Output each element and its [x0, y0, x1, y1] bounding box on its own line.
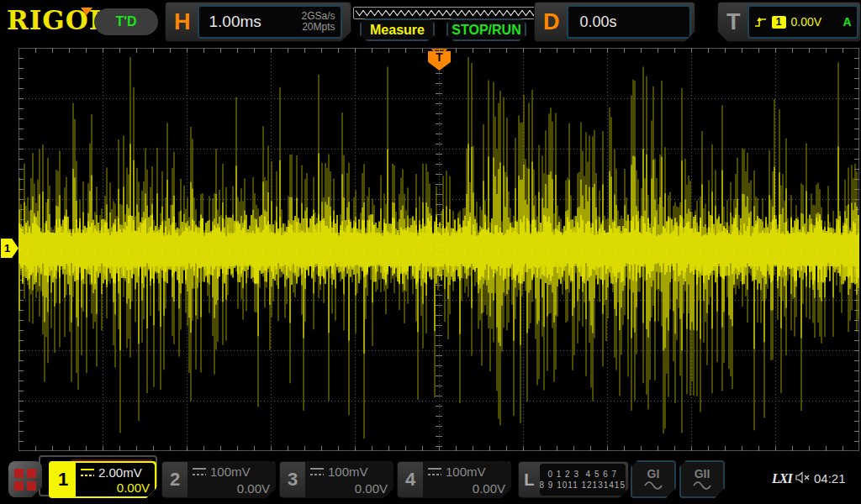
dc-coupling-icon: [193, 468, 206, 475]
dc-coupling-icon: [81, 469, 94, 476]
channel-2-scale: 100mV: [210, 465, 251, 479]
brand-logo: RIGOL: [7, 5, 108, 35]
logic-channels-block[interactable]: L 0 1 2 3 4 5 6 78 9 1011 12131415: [518, 461, 629, 498]
delay-block[interactable]: D 0.00s: [534, 2, 695, 42]
delay-label: D: [535, 9, 567, 35]
channel-1-info: 2.00mV 0.00V: [76, 463, 155, 496]
stop-run-button[interactable]: STOP/RUN: [446, 18, 526, 41]
sine-wave-icon: [693, 480, 711, 491]
channel-2-number: 2: [162, 462, 188, 497]
channel-2-info: 100mV 0.00V: [188, 462, 275, 497]
channel-2-offset: 0.00V: [193, 481, 270, 496]
trigger-status-label: T'D: [115, 14, 136, 29]
trigger-block[interactable]: T 1 0.00V A: [717, 2, 861, 42]
memory-trigger-position-icon[interactable]: [81, 8, 92, 15]
generator-1-button[interactable]: GI: [631, 460, 676, 498]
generator-2-label: GII: [695, 468, 710, 480]
dc-coupling-icon: [428, 468, 441, 475]
delay-value: 0.00s: [580, 13, 617, 31]
logic-row-1: 0 1 2 3 4 5 6 7: [547, 469, 617, 480]
channel-3-scale: 100mV: [328, 465, 368, 479]
sine-wave-icon: [644, 480, 663, 491]
stop-run-button-label: STOP/RUN: [452, 23, 520, 38]
logic-channel-list: 0 1 2 3 4 5 6 78 9 1011 12131415: [540, 464, 626, 496]
horizontal-block[interactable]: H 1.00ms 2GSa/s 20Mpts: [165, 2, 351, 42]
channel-3-number: 3: [280, 462, 305, 497]
channel-4-offset: 0.00V: [428, 481, 505, 496]
lxi-indicator: LXI: [772, 471, 792, 486]
trigger-sweep-mode: A: [843, 15, 851, 29]
channel-1-number: 1: [50, 463, 76, 496]
channel-4-scale: 100mV: [446, 465, 486, 479]
clock: 04:21: [814, 471, 846, 486]
waveform-display[interactable]: T 有效值1 1.7605mV: [18, 48, 859, 451]
logic-label: L: [519, 470, 540, 490]
channel-2-block[interactable]: 2 100mV 0.00V: [161, 461, 276, 498]
trigger-box[interactable]: 1 0.00V A: [747, 5, 858, 39]
oscilloscope-screen: RIGOL T'D H 1.00ms 2GSa/s 20Mpts Measure…: [0, 0, 861, 504]
rising-edge-icon: [754, 16, 767, 28]
delay-box[interactable]: 0.00s: [567, 5, 691, 39]
sample-rate: 2GSa/s: [301, 10, 335, 22]
trigger-level-value: 0.00V: [791, 15, 838, 29]
trigger-status-badge: T'D: [94, 8, 158, 35]
channel-3-offset: 0.00V: [310, 481, 388, 496]
measure-button[interactable]: Measure: [360, 18, 435, 41]
channel-1-scale: 2.00mV: [98, 465, 142, 480]
timebase-value: 1.00ms: [209, 13, 261, 31]
channel1-marker-label: 1: [4, 242, 10, 255]
trigger-label: T: [718, 9, 747, 35]
channel-4-info: 100mV 0.00V: [423, 462, 510, 497]
timebase-box[interactable]: 1.00ms 2GSa/s 20Mpts: [198, 5, 342, 39]
horizontal-label: H: [166, 9, 198, 35]
menu-grid-icon: [14, 469, 24, 478]
measure-button-label: Measure: [370, 23, 425, 38]
generator-2-button[interactable]: GII: [679, 460, 725, 498]
logic-row-2: 8 9 1011 12131415: [540, 480, 626, 491]
channel-3-info: 100mV 0.00V: [305, 462, 393, 497]
menu-button[interactable]: [8, 461, 42, 497]
acquisition-info: 2GSa/s 20Mpts: [301, 11, 335, 33]
channel-3-block[interactable]: 3 100mV 0.00V: [279, 461, 394, 498]
sound-muted-icon[interactable]: [795, 471, 812, 484]
channel-4-block[interactable]: 4 100mV 0.00V: [397, 461, 511, 498]
channel-1-block[interactable]: 1 2.00mV 0.00V: [49, 461, 156, 498]
channel-4-number: 4: [398, 462, 423, 497]
generator-1-label: GI: [647, 468, 660, 480]
channel-1-offset: 0.00V: [81, 480, 150, 495]
trigger-marker-label: T: [436, 51, 443, 64]
channel1-ground-marker[interactable]: 1: [1, 239, 18, 258]
trigger-source-badge: 1: [772, 16, 786, 29]
memory-depth: 20Mpts: [302, 21, 335, 33]
dc-coupling-icon: [310, 468, 324, 475]
waveform-canvas[interactable]: [18, 48, 859, 451]
